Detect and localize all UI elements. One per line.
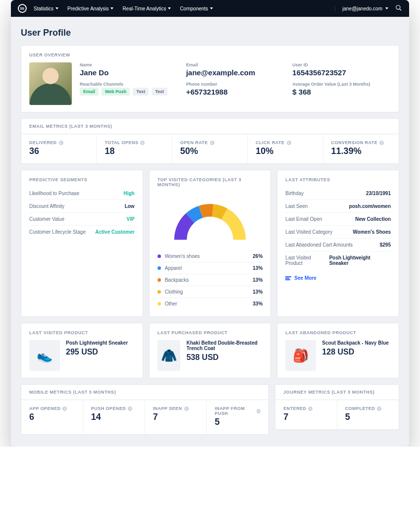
email-value: jane@example.com [186,68,285,77]
attribute-row: Last Visited CategoryWomen's Shoes [285,226,391,239]
name-value: Jane Do [80,68,178,77]
info-icon[interactable]: i [140,141,145,145]
attribute-row: Last Abandoned Cart Amounts$295 [285,239,391,252]
section-label: LAST ATTRIBUTES [285,177,391,182]
metric-cell: CONVERSION RATEi11.39% [323,134,399,163]
section-label: PREDICTIVE SEGMENTS [29,177,135,182]
aov-label: Average Order Value (Last 3 Months) [292,82,391,87]
product-name: Khaki Belted Double-Breasted Trench Coat [186,340,262,351]
info-icon[interactable]: i [379,141,384,145]
nav-item-statistics[interactable]: Statistics [34,6,58,11]
list-icon [285,276,291,280]
section-label: MOBILE METRICS (LAST 3 MONTHS) [29,390,261,395]
chevron-down-icon [168,7,171,9]
channel-chip: Email [80,88,99,96]
search-icon[interactable] [395,4,402,12]
mobile-metrics-section: MOBILE METRICS (LAST 3 MONTHS) APP OPENE… [21,384,269,435]
userid-label: User ID [292,62,391,67]
phone-label: Phone number [186,82,285,87]
info-icon[interactable]: i [184,406,189,411]
semi-donut-chart [158,192,263,251]
metric-cell: COMPLETEDi5 [337,400,399,429]
predictive-row: Customer Lifecycle StageActive Customer [29,226,135,238]
last-purchased-product-card: LAST PURCHASED PRODUCT 🧥 Khaki Belted Do… [149,323,271,378]
section-label: TOP VISITED CATEGORIES (LAST 3 MONTHS) [158,177,263,187]
journey-metrics-section: JOURNEY METRICS (LAST 3 MONTHS) ENTEREDi… [275,384,399,435]
avatar [29,62,72,105]
info-icon[interactable]: i [210,141,214,145]
legend-row: Women's shoes26% [158,251,263,262]
phone-value: +657321988 [186,88,285,96]
attribute-row: Last Seenposh.com/women [285,200,391,213]
nav-item-realtime[interactable]: Real-Time Analytics [122,6,171,11]
top-categories-card: TOP VISITED CATEGORIES (LAST 3 MONTHS) W… [149,170,271,317]
info-icon[interactable]: i [59,141,63,145]
last-abandoned-product-card: LAST ABANDONED PRODUCT 🎒 Scout Backpack … [277,323,399,378]
chevron-down-icon [55,7,58,9]
legend-row: Apparel13% [158,262,263,274]
section-label: LAST PURCHASED PRODUCT [158,330,263,335]
product-thumb: 👟 [29,340,60,371]
last-attributes-card: LAST ATTRIBUTES Birthday23/10/1991Last S… [277,170,399,317]
product-price: 128 USD [322,348,389,356]
product-name: Scout Backpack - Navy Blue [322,340,389,346]
attribute-row: Last Visited ProductPosh Lightweight Sne… [285,252,391,269]
predictive-row: Customer ValueVIP [29,213,135,226]
chevron-down-icon [385,7,388,9]
legend-row: Other33% [158,298,263,309]
attribute-row: Birthday23/10/1991 [285,187,391,200]
metric-cell: TOTAL OPENSi18 [97,134,172,163]
name-label: Name [80,62,178,67]
see-more-link[interactable]: See More [285,275,391,281]
info-icon[interactable]: i [62,406,67,411]
section-label: LAST VISITED PRODUCT [29,330,135,335]
section-label: USER OVERVIEW [29,52,391,57]
user-overview-card: USER OVERVIEW Name Jane Do Reachable Cha… [21,45,399,112]
section-label: JOURNEY METRICS (LAST 3 MONTHS) [283,390,391,395]
svg-line-1 [400,9,402,11]
product-price: 295 USD [66,348,128,356]
page-title: User Profile [21,28,399,38]
chevron-down-icon [210,7,213,9]
predictive-row: Discount AffinityLow [29,200,135,213]
legend-row: Backpacks13% [158,274,263,286]
info-icon[interactable]: i [308,406,313,411]
section-label: EMAIL METRICS (LAST 3 MONTHS) [29,124,391,129]
info-icon[interactable]: i [377,406,381,411]
aov-value: $ 368 [292,88,391,96]
product-thumb: 🧥 [158,340,181,371]
metric-cell: DELIVEREDi36 [21,134,97,163]
metric-cell: APP OPENEDi6 [21,400,83,434]
product-thumb: 🎒 [285,340,316,371]
section-label: LAST ABANDONED PRODUCT [285,330,391,335]
info-icon[interactable]: i [128,406,132,411]
email-metrics-section: EMAIL METRICS (LAST 3 MONTHS) DELIVEREDi… [21,118,399,164]
brand-logo[interactable]: In [18,4,27,13]
metric-cell: INAPP SEENi7 [145,400,207,434]
metric-cell: ENTEREDi7 [275,400,337,429]
svg-point-0 [396,5,400,9]
product-name: Posh Lightweight Sneaker [66,340,128,346]
metric-cell: INAPP FROM PUSHi5 [207,400,268,434]
metric-cell: PUSH OPENEDi14 [83,400,145,434]
last-visited-product-card: LAST VISITED PRODUCT 👟 Posh Lightweight … [21,323,143,378]
reachable-channels: Email Web Push Text Text [80,88,178,96]
nav-user-dropdown[interactable]: jane@janedo.com [335,6,388,11]
info-icon[interactable]: i [257,409,261,413]
channel-chip: Text [152,88,167,96]
metric-cell: CLICK RATEi10% [248,134,323,163]
predictive-segments-card: PREDICTIVE SEGMENTS Likelihood to Purcha… [21,170,143,317]
legend-row: Clothing13% [158,286,263,298]
chevron-down-icon [110,7,113,9]
nav-menu: Statistics Predictive Analysis Real-Time… [34,6,335,11]
product-price: 538 USD [186,353,262,362]
attribute-row: Last Email OpenNew Collection [285,213,391,226]
metric-cell: OPEN RATEi50% [172,134,248,163]
nav-item-predictive[interactable]: Predictive Analysis [67,6,113,11]
nav-item-components[interactable]: Components [180,6,213,11]
reachable-label: Reachable Channels [80,82,178,87]
info-icon[interactable]: i [287,141,291,145]
top-nav: In Statistics Predictive Analysis Real-T… [11,0,409,17]
predictive-row: Likelihood to PurchaseHigh [29,187,135,200]
channel-chip: Text [133,88,149,96]
